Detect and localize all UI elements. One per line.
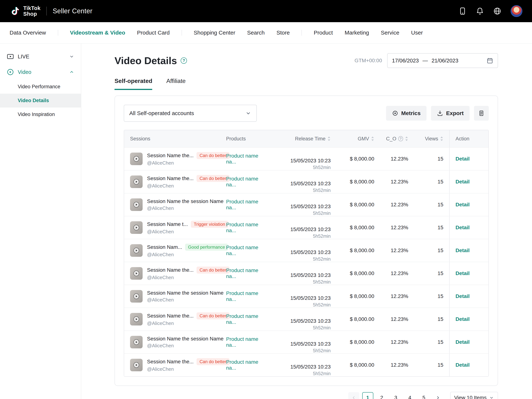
detail-link[interactable]: Detail <box>456 247 469 253</box>
export-button[interactable]: Export <box>431 106 469 121</box>
release-date: 15/05/2023 10:23 <box>290 227 331 232</box>
sidebar-item-video-inspiration[interactable]: Video Inspiration <box>0 108 81 121</box>
sidebar-item-video-details[interactable]: Video Details <box>0 94 81 108</box>
page-number-button[interactable]: 5 <box>418 392 430 399</box>
metrics-button[interactable]: Metrics <box>386 106 426 121</box>
page-size-select[interactable]: View 10 Items <box>450 392 498 399</box>
header-views[interactable]: Views <box>414 130 449 147</box>
sidebar-item-video[interactable]: Video <box>0 64 81 80</box>
detail-link[interactable]: Detail <box>456 362 469 368</box>
product-cell: Product name na... <box>220 216 276 239</box>
product-link[interactable]: Product name na... <box>226 359 270 371</box>
next-page-button[interactable] <box>432 392 443 399</box>
page-number-button[interactable]: 1 <box>362 392 373 399</box>
date-range-picker[interactable]: 17/06/2023 — 21/06/2023 <box>387 53 498 68</box>
views-cell: 15 <box>414 285 449 308</box>
date-separator: — <box>423 58 428 64</box>
page-number-button[interactable]: 3 <box>390 392 401 399</box>
action-cell: Detail <box>449 262 488 285</box>
video-thumbnail[interactable] <box>130 152 143 165</box>
tab-self-operated[interactable]: Self-operated <box>114 78 152 90</box>
header-release-time[interactable]: Release Time <box>276 130 336 147</box>
nav-item-marketing[interactable]: Marketing <box>345 30 369 36</box>
detail-link[interactable]: Detail <box>456 316 469 322</box>
language-globe-icon[interactable] <box>493 7 501 15</box>
session-cell: Session Name the... Can do better @Alice… <box>124 148 220 170</box>
session-name: Session Nam... <box>147 244 182 250</box>
session-handle: @AliceChen <box>147 205 214 211</box>
release-duration: 5h52min <box>313 348 331 353</box>
action-cell: Detail <box>449 308 488 330</box>
video-thumbnail[interactable] <box>130 290 143 303</box>
prev-page-button[interactable] <box>348 392 359 399</box>
tabs: Self-operated Affiliate <box>114 78 498 90</box>
session-cell: Session Name the... Can do better @Alice… <box>124 262 220 285</box>
sidebar-item-label: LIVE <box>18 54 29 60</box>
page-buttons: 1 2 3 4 5 <box>362 392 430 399</box>
header-co[interactable]: C_O ? <box>380 130 414 147</box>
nav-item-shopping-center[interactable]: Shopping Center <box>194 30 235 36</box>
detail-link[interactable]: Detail <box>456 293 469 299</box>
session-info: Session Name the session Name @AliceChen <box>147 336 214 348</box>
page-number-button[interactable]: 2 <box>376 392 387 399</box>
video-thumbnail[interactable] <box>130 244 143 257</box>
product-cell: Product name na... <box>220 193 276 216</box>
page-number-button[interactable]: 4 <box>404 392 415 399</box>
tab-affiliate[interactable]: Affiliate <box>166 78 185 90</box>
sidebar-item-video-performance[interactable]: Video Performance <box>0 80 81 94</box>
product-link[interactable]: Product name na... <box>226 176 270 188</box>
video-thumbnail[interactable] <box>130 198 143 211</box>
product-link[interactable]: Product name na... <box>226 153 270 165</box>
product-link[interactable]: Product name na... <box>226 313 270 325</box>
detail-link[interactable]: Detail <box>456 225 469 231</box>
nav-item-service[interactable]: Service <box>381 30 399 36</box>
gmv-cell: $ 8,000.00 <box>336 331 380 353</box>
nav-item-product[interactable]: Product <box>314 30 333 36</box>
session-name: Session Name the... <box>147 176 194 181</box>
detail-link[interactable]: Detail <box>456 270 469 276</box>
video-thumbnail[interactable] <box>130 359 143 371</box>
video-thumbnail[interactable] <box>130 176 143 188</box>
pagination: 1 2 3 4 5 View 10 Items <box>114 392 498 399</box>
sidebar-item-live[interactable]: LIVE <box>0 49 81 64</box>
product-cell: Product name na... <box>220 239 276 262</box>
session-handle: @AliceChen <box>147 366 214 372</box>
detail-link[interactable]: Detail <box>456 156 469 162</box>
mobile-app-icon[interactable] <box>458 7 467 15</box>
nav-item-videostream-video[interactable]: Videostream & Video <box>70 30 125 36</box>
product-link[interactable]: Product name na... <box>226 199 270 211</box>
nav-item-search[interactable]: Search <box>247 30 265 36</box>
notifications-bell-icon[interactable] <box>476 7 484 15</box>
detail-link[interactable]: Detail <box>456 339 469 345</box>
nav-item-product-card[interactable]: Product Card <box>137 30 170 36</box>
filter-row: All Self-operated accounts Metrics <box>124 105 489 122</box>
nav-item-store[interactable]: Store <box>277 30 290 36</box>
product-link[interactable]: Product name na... <box>226 336 270 348</box>
product-link[interactable]: Product name na... <box>226 267 270 279</box>
video-thumbnail[interactable] <box>130 267 143 280</box>
action-cell: Detail <box>449 331 488 353</box>
product-link[interactable]: Product name na... <box>226 290 270 302</box>
product-link[interactable]: Product name na... <box>226 222 270 234</box>
detail-link[interactable]: Detail <box>456 202 469 208</box>
help-question-icon[interactable]: ? <box>181 57 187 64</box>
topbar-actions <box>458 5 522 17</box>
header-gmv[interactable]: GMV <box>336 130 380 147</box>
report-list-button[interactable] <box>474 106 489 121</box>
co-help-icon[interactable]: ? <box>398 136 403 141</box>
download-icon <box>437 110 443 116</box>
account-avatar[interactable] <box>511 5 522 17</box>
nav-item-user[interactable]: User <box>411 30 423 36</box>
session-handle: @AliceChen <box>147 343 214 348</box>
video-thumbnail[interactable] <box>130 313 143 325</box>
video-thumbnail[interactable] <box>130 336 143 348</box>
nav-item-data-overview[interactable]: Data Overview <box>10 30 46 36</box>
account-filter-select[interactable]: All Self-operated accounts <box>124 105 257 122</box>
product-link[interactable]: Product name na... <box>226 245 270 256</box>
session-name: Session Name the... <box>147 152 194 158</box>
detail-link[interactable]: Detail <box>456 179 469 185</box>
chevron-down-icon <box>489 395 494 399</box>
video-thumbnail[interactable] <box>130 221 143 234</box>
sort-icon <box>371 136 374 141</box>
video-details-card: All Self-operated accounts Metrics <box>114 95 498 386</box>
